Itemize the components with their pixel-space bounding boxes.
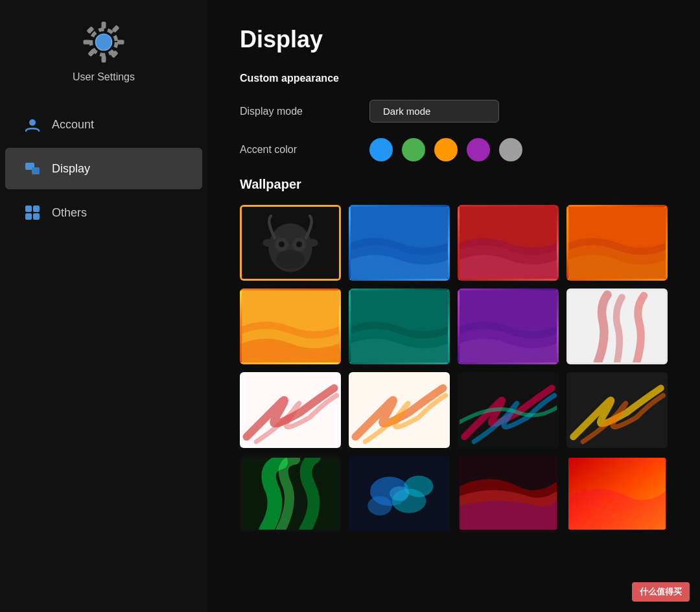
svg-point-43 bbox=[368, 496, 392, 515]
sidebar-item-display[interactable]: Display bbox=[5, 148, 202, 189]
svg-rect-3 bbox=[101, 56, 106, 63]
wallpaper-item-7[interactable] bbox=[566, 288, 668, 364]
others-icon bbox=[23, 204, 41, 222]
color-dot-orange[interactable] bbox=[434, 138, 458, 161]
display-mode-label: Display mode bbox=[240, 106, 369, 117]
accent-color-label: Accent color bbox=[240, 144, 369, 156]
wallpaper-item-12[interactable] bbox=[240, 456, 341, 532]
sidebar: User Settings Account Display bbox=[0, 0, 207, 612]
svg-point-10 bbox=[29, 119, 36, 126]
main-content: Display Custom appearance Display mode D… bbox=[207, 0, 700, 612]
accent-color-control bbox=[369, 138, 522, 161]
gear-icon bbox=[81, 19, 126, 65]
svg-rect-35 bbox=[242, 374, 339, 446]
svg-rect-16 bbox=[33, 213, 40, 220]
account-icon bbox=[23, 115, 41, 134]
wallpaper-item-15[interactable] bbox=[566, 456, 668, 532]
wallpaper-item-1[interactable] bbox=[349, 205, 450, 281]
wallpaper-item-14[interactable] bbox=[458, 456, 559, 532]
wallpaper-item-4[interactable] bbox=[240, 288, 341, 364]
wallpaper-item-8[interactable] bbox=[240, 372, 341, 448]
sidebar-nav: Account Display Others bbox=[0, 102, 207, 235]
sidebar-header: User Settings bbox=[73, 19, 135, 83]
wallpaper-item-2[interactable] bbox=[458, 205, 559, 281]
svg-rect-14 bbox=[33, 206, 40, 212]
wallpaper-item-10[interactable] bbox=[458, 372, 559, 448]
wallpaper-item-0[interactable] bbox=[240, 205, 341, 281]
svg-point-0 bbox=[95, 34, 111, 50]
svg-rect-12 bbox=[32, 167, 40, 174]
custom-appearance-title: Custom appearance bbox=[240, 73, 668, 84]
watermark: 什么值得买 bbox=[632, 582, 690, 602]
svg-rect-13 bbox=[25, 206, 32, 212]
color-dot-blue[interactable] bbox=[369, 138, 393, 161]
sidebar-app-title: User Settings bbox=[73, 71, 135, 83]
sidebar-item-account-label: Account bbox=[52, 118, 94, 132]
svg-point-19 bbox=[276, 250, 305, 270]
wallpaper-grid bbox=[240, 205, 668, 532]
wallpaper-item-9[interactable] bbox=[349, 372, 450, 448]
svg-rect-2 bbox=[101, 22, 106, 29]
svg-point-27 bbox=[307, 239, 318, 247]
color-dot-purple[interactable] bbox=[467, 138, 490, 161]
page-title: Display bbox=[240, 26, 668, 53]
svg-point-26 bbox=[262, 239, 274, 247]
wallpaper-section-title: Wallpaper bbox=[240, 177, 668, 192]
display-icon bbox=[23, 159, 41, 178]
svg-point-45 bbox=[390, 486, 409, 501]
wallpaper-item-5[interactable] bbox=[349, 288, 450, 364]
sidebar-item-others[interactable]: Others bbox=[5, 192, 202, 233]
display-mode-row: Display mode Dark mode Light mode System… bbox=[240, 100, 668, 123]
wallpaper-item-6[interactable] bbox=[458, 288, 559, 364]
svg-point-22 bbox=[279, 241, 285, 247]
color-dot-gray[interactable] bbox=[499, 138, 522, 161]
sidebar-item-account[interactable]: Account bbox=[5, 104, 202, 145]
svg-rect-38 bbox=[568, 374, 666, 446]
wallpaper-item-11[interactable] bbox=[566, 372, 668, 448]
display-mode-control: Dark mode Light mode System default bbox=[369, 100, 499, 123]
sidebar-item-others-label: Others bbox=[52, 206, 87, 220]
svg-rect-4 bbox=[83, 40, 90, 45]
color-dot-green[interactable] bbox=[402, 138, 425, 161]
sidebar-item-display-label: Display bbox=[52, 162, 90, 176]
display-mode-select[interactable]: Dark mode Light mode System default bbox=[369, 100, 499, 123]
svg-rect-36 bbox=[351, 374, 448, 446]
wallpaper-item-3[interactable] bbox=[566, 205, 668, 281]
accent-color-row: Accent color bbox=[240, 138, 668, 161]
wallpaper-item-13[interactable] bbox=[349, 456, 450, 532]
svg-rect-5 bbox=[117, 40, 124, 45]
svg-rect-15 bbox=[25, 213, 32, 220]
svg-point-23 bbox=[296, 241, 302, 247]
